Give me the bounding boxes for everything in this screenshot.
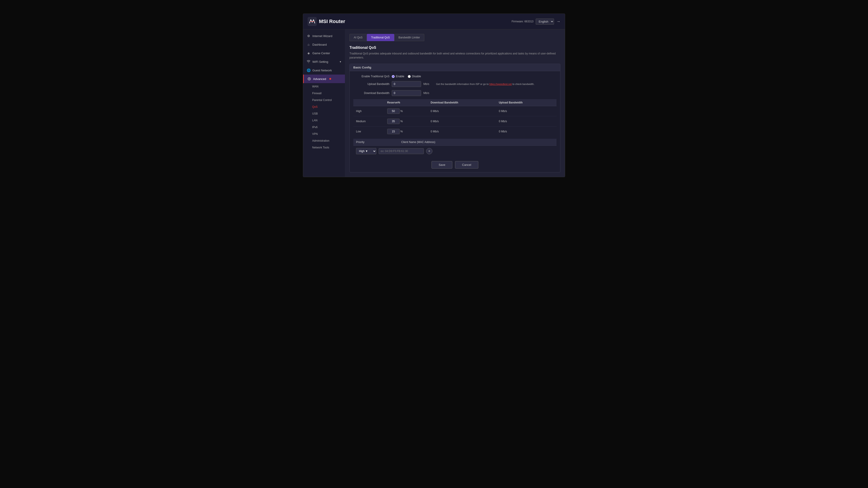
sidebar-item-vpn[interactable]: VPN xyxy=(303,131,345,137)
sidebar-item-internet-wizard[interactable]: ⚙ Internet Wizard xyxy=(303,32,345,40)
sidebar-item-parental-control[interactable]: Parental Control xyxy=(303,97,345,103)
sidebar-item-wifi-setting[interactable]: WiFi Setting ▼ xyxy=(303,57,345,66)
qos-table: Reserve% Download Bandwidth Upload Bandw… xyxy=(353,99,557,136)
firewall-label: Firewall xyxy=(312,92,321,95)
col-priority xyxy=(353,99,384,106)
table-row: High % 0 Mb/s 0 Mb/s xyxy=(353,106,557,116)
reserve-cell: % xyxy=(384,127,428,137)
header-right: Firmware: 663313 English 中文 → xyxy=(512,19,560,25)
priority-cell: High xyxy=(353,106,384,116)
table-row: Medium % 0 Mb/s 0 Mb/s xyxy=(353,116,557,127)
header: MSI Router Firmware: 663313 English 中文 → xyxy=(303,14,565,29)
enable-radio[interactable] xyxy=(392,75,395,78)
ipv6-label: IPv6 xyxy=(312,126,318,129)
percent-sign: % xyxy=(400,120,403,123)
download-label: Download Bandwidth xyxy=(353,92,390,95)
save-button[interactable]: Save xyxy=(432,161,452,168)
tab-bandwidth-limiter[interactable]: Bandwidth Limiter xyxy=(394,34,424,41)
sidebar-item-ipv6[interactable]: IPv6 xyxy=(303,124,345,131)
enable-radio-label[interactable]: Enable xyxy=(392,75,404,78)
download-row: Download Bandwidth Mb/s xyxy=(353,90,557,96)
col-upload: Upload Bandwidth xyxy=(496,99,557,106)
sidebar-item-administration[interactable]: Administration xyxy=(303,137,345,144)
config-body: Enable Traditional QoS Enable Disable xyxy=(350,71,560,172)
reserve-cell: % xyxy=(384,106,428,116)
sidebar-item-wan[interactable]: WAN xyxy=(303,83,345,90)
sidebar-item-game-center[interactable]: ◈ Game Center xyxy=(303,49,345,57)
upload-bw-cell: 0 Mb/s xyxy=(496,106,557,116)
sidebar-label-dashboard: Dashboard xyxy=(312,43,327,46)
sidebar-item-firewall[interactable]: Firewall xyxy=(303,90,345,97)
firmware-label: Firmware: 663313 xyxy=(512,20,533,23)
tab-traditional-qos[interactable]: Traditional QoS xyxy=(367,34,394,41)
upload-bw-cell: 0 Mb/s xyxy=(496,127,557,137)
content-area: AI QoS Traditional QoS Bandwidth Limiter… xyxy=(345,29,565,177)
table-header-row: Reserve% Download Bandwidth Upload Bandw… xyxy=(353,99,557,106)
speedtest-link[interactable]: https://speedtest.net xyxy=(489,83,512,86)
sidebar-item-guest-network[interactable]: 🌐 Guest Network xyxy=(303,66,345,74)
disable-radio[interactable] xyxy=(408,75,411,78)
administration-label: Administration xyxy=(312,139,329,142)
vpn-label: VPN xyxy=(312,132,318,135)
upload-input[interactable] xyxy=(392,81,421,87)
sidebar-label-guest-network: Guest Network xyxy=(312,69,332,72)
sidebar-item-advanced[interactable]: Advanced xyxy=(303,74,345,83)
bandwidth-info: Get the bandwidth information from ISP o… xyxy=(436,83,534,86)
notification-dot xyxy=(329,78,331,80)
percent-sign: % xyxy=(400,109,403,113)
priority-cell: Low xyxy=(353,127,384,137)
bandwidth-note2: to check bandwidth. xyxy=(513,83,534,86)
sidebar-item-usb[interactable]: USB xyxy=(303,110,345,117)
sidebar-item-lan[interactable]: LAN xyxy=(303,117,345,124)
logout-button[interactable]: → xyxy=(556,19,560,24)
reserve-cell: % xyxy=(384,116,428,127)
header-left: MSI Router xyxy=(308,17,345,26)
wifi-icon xyxy=(307,60,311,64)
priority-input-row: High ▼ Medium Low + xyxy=(353,146,557,157)
reserve-input[interactable] xyxy=(387,129,400,134)
settings-icon: ⚙ xyxy=(307,34,311,38)
upload-row: Upload Bandwidth Mb/s Get the bandwidth … xyxy=(353,81,557,87)
priority-header: Priority Client Name (MAC Address) xyxy=(353,139,557,146)
page-title: Traditional QoS xyxy=(349,46,560,50)
priority-cell: Medium xyxy=(353,116,384,127)
percent-sign: % xyxy=(400,130,403,133)
basic-config-box: Basic Config Enable Traditional QoS Enab… xyxy=(349,64,560,172)
priority-col-label: Priority xyxy=(356,140,401,144)
language-select[interactable]: English 中文 xyxy=(536,19,554,25)
enable-label: Enable Traditional QoS xyxy=(353,75,390,78)
action-row: Save Cancel xyxy=(353,161,557,168)
download-bw-cell: 0 Mb/s xyxy=(428,127,496,137)
globe-icon: 🌐 xyxy=(307,68,311,72)
tab-ai-qos[interactable]: AI QoS xyxy=(349,34,367,41)
reserve-input[interactable] xyxy=(387,119,400,124)
msi-logo xyxy=(308,17,317,26)
chevron-down-icon: ▼ xyxy=(339,61,342,63)
enable-row: Enable Traditional QoS Enable Disable xyxy=(353,75,557,78)
app-title: MSI Router xyxy=(319,19,345,24)
download-input[interactable] xyxy=(392,90,421,96)
upload-unit: Mb/s xyxy=(423,83,429,86)
sidebar-item-dashboard[interactable]: ⌂ Dashboard xyxy=(303,40,345,49)
sidebar-item-network-tools[interactable]: Network Tools xyxy=(303,144,345,151)
home-icon: ⌂ xyxy=(307,42,311,46)
sidebar-item-qos[interactable]: QoS xyxy=(303,103,345,110)
disable-radio-label[interactable]: Disable xyxy=(408,75,421,78)
app-window: MSI Router Firmware: 663313 English 中文 →… xyxy=(303,13,565,177)
config-header: Basic Config xyxy=(350,64,560,71)
mac-col-label: Client Name (MAC Address) xyxy=(401,140,554,144)
main: ⚙ Internet Wizard ⌂ Dashboard ◈ Game Cen… xyxy=(303,29,565,177)
cancel-button[interactable]: Cancel xyxy=(455,161,478,168)
tab-bar: AI QoS Traditional QoS Bandwidth Limiter xyxy=(349,34,560,41)
priority-select[interactable]: High ▼ Medium Low xyxy=(356,148,376,154)
add-client-button[interactable]: + xyxy=(426,148,432,154)
sidebar: ⚙ Internet Wizard ⌂ Dashboard ◈ Game Cen… xyxy=(303,29,345,177)
advanced-icon xyxy=(307,77,311,81)
parental-control-label: Parental Control xyxy=(312,98,332,102)
reserve-input[interactable] xyxy=(387,108,400,114)
download-bw-cell: 0 Mb/s xyxy=(428,106,496,116)
mac-address-input[interactable] xyxy=(379,148,424,154)
lan-label: LAN xyxy=(312,119,317,122)
wan-label: WAN xyxy=(312,85,318,88)
qos-label: QoS xyxy=(312,105,318,108)
